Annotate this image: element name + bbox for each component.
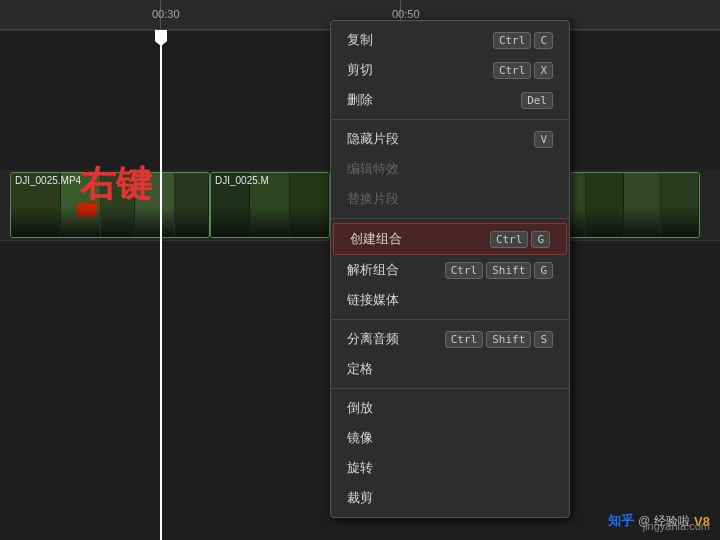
menu-shortcut-cut: Ctrl X <box>493 62 553 79</box>
timemark-50: 00:50 <box>392 8 420 20</box>
divider-1 <box>331 119 569 120</box>
menu-label-reverse: 倒放 <box>347 399 553 417</box>
menu-label-cut: 剪切 <box>347 61 493 79</box>
menu-label-copy: 复制 <box>347 31 493 49</box>
menu-item-edit-fx: 编辑特效 <box>331 154 569 184</box>
watermark-site: jingyanla.com <box>643 520 710 532</box>
clip-2-label: DJI_0025.M <box>215 175 269 186</box>
clip-2[interactable]: DJI_0025.M <box>210 172 330 238</box>
menu-label-link: 链接媒体 <box>347 291 553 309</box>
menu-shortcut-ungroup: Ctrl Shift G <box>445 262 553 279</box>
kbd-x: X <box>534 62 553 79</box>
right-click-label: 右键 <box>80 160 152 209</box>
menu-item-copy[interactable]: 复制 Ctrl C <box>331 25 569 55</box>
menu-shortcut-split-audio: Ctrl Shift S <box>445 331 553 348</box>
kbd-g-ug: G <box>534 262 553 279</box>
menu-item-cut[interactable]: 剪切 Ctrl X <box>331 55 569 85</box>
kbd-c: C <box>534 32 553 49</box>
watermark-platform: 知乎 <box>608 512 634 530</box>
menu-shortcut-group: Ctrl G <box>490 231 550 248</box>
timeline-area: 00:30 00:50 右键 <box>0 0 720 540</box>
kbd-ctrl-sa: Ctrl <box>445 331 484 348</box>
menu-label-rotate: 旋转 <box>347 459 553 477</box>
kbd-v: V <box>534 131 553 148</box>
menu-item-link[interactable]: 链接媒体 <box>331 285 569 315</box>
kbd-ctrl-ug: Ctrl <box>445 262 484 279</box>
kbd-shift-sa: Shift <box>486 331 531 348</box>
kbd-ctrl-cut: Ctrl <box>493 62 532 79</box>
menu-label-edit-fx: 编辑特效 <box>347 160 553 178</box>
menu-item-delete[interactable]: 删除 Del <box>331 85 569 115</box>
menu-item-reverse[interactable]: 倒放 <box>331 393 569 423</box>
menu-item-ungroup[interactable]: 解析组合 Ctrl Shift G <box>331 255 569 285</box>
menu-item-freeze[interactable]: 定格 <box>331 354 569 384</box>
menu-item-crop[interactable]: 裁剪 <box>331 483 569 513</box>
playhead[interactable] <box>160 30 162 540</box>
menu-label-crop: 裁剪 <box>347 489 553 507</box>
divider-3 <box>331 319 569 320</box>
menu-item-group[interactable]: 创建组合 Ctrl G <box>333 223 567 255</box>
menu-item-split-audio[interactable]: 分离音频 Ctrl Shift S <box>331 324 569 354</box>
menu-label-replace: 替换片段 <box>347 190 553 208</box>
kbd-ctrl: Ctrl <box>493 32 532 49</box>
kbd-ctrl-group: Ctrl <box>490 231 529 248</box>
menu-label-split-audio: 分离音频 <box>347 330 445 348</box>
kbd-del: Del <box>521 92 553 109</box>
menu-label-delete: 删除 <box>347 91 521 109</box>
menu-item-hide[interactable]: 隐藏片段 V <box>331 124 569 154</box>
clip-1-label: DJI_0025.MP4 <box>15 175 81 186</box>
kbd-g: G <box>531 231 550 248</box>
timemark-30: 00:30 <box>152 8 180 20</box>
menu-label-mirror: 镜像 <box>347 429 553 447</box>
menu-label-group: 创建组合 <box>350 230 490 248</box>
menu-shortcut-delete: Del <box>521 92 553 109</box>
divider-2 <box>331 218 569 219</box>
context-menu: 复制 Ctrl C 剪切 Ctrl X 删除 Del 隐藏片段 <box>330 20 570 518</box>
menu-item-mirror[interactable]: 镜像 <box>331 423 569 453</box>
kbd-s-sa: S <box>534 331 553 348</box>
divider-4 <box>331 388 569 389</box>
menu-shortcut-copy: Ctrl C <box>493 32 553 49</box>
menu-item-replace: 替换片段 <box>331 184 569 214</box>
kbd-shift-ug: Shift <box>486 262 531 279</box>
menu-label-hide: 隐藏片段 <box>347 130 534 148</box>
menu-label-ungroup: 解析组合 <box>347 261 445 279</box>
menu-label-freeze: 定格 <box>347 360 553 378</box>
menu-shortcut-hide: V <box>534 131 553 148</box>
menu-item-rotate[interactable]: 旋转 <box>331 453 569 483</box>
